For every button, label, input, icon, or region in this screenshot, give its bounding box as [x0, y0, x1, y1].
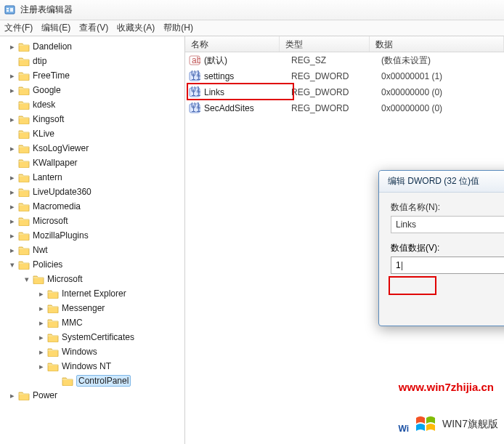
- folder-icon: [62, 376, 73, 386]
- tree-item[interactable]: ▸Dandelion: [3, 39, 184, 54]
- tree-item-label: Google: [33, 85, 61, 95]
- tree-item[interactable]: ▸Windows: [3, 344, 184, 359]
- tree-item[interactable]: ▸Kingsoft: [3, 112, 184, 126]
- folder-icon: [18, 390, 30, 400]
- tree-item[interactable]: ▸Macromedia: [3, 199, 184, 214]
- tree-item[interactable]: ▸SystemCertificates: [3, 330, 184, 344]
- folder-icon: [47, 347, 59, 357]
- dialog-titlebar[interactable]: 编辑 DWORD (32 位)值 ✕: [379, 171, 504, 193]
- tree-item[interactable]: ▸MozillaPlugins: [3, 228, 184, 243]
- list-row[interactable]: (默认)REG_SZ(数值未设置): [185, 52, 504, 68]
- chevron-right-icon[interactable]: ▸: [7, 42, 17, 52]
- tree-item[interactable]: ▸Lantern: [3, 170, 184, 185]
- chevron-down-icon[interactable]: ▾: [7, 260, 17, 270]
- chevron-right-icon[interactable]: ▸: [7, 391, 17, 400]
- chevron-right-icon[interactable]: ▸: [36, 333, 46, 342]
- chevron-right-icon[interactable]: ▸: [7, 202, 17, 211]
- regedit-icon: [4, 4, 16, 16]
- list-row[interactable]: LinksREG_DWORD0x00000000 (0): [185, 84, 504, 100]
- tree-item-label: MozillaPlugins: [33, 230, 89, 241]
- tree-item[interactable]: ▾Microsoft: [3, 272, 184, 286]
- chevron-right-icon[interactable]: ▸: [7, 246, 17, 255]
- tree-item[interactable]: ·ControlPanel: [3, 374, 184, 388]
- cell-data: 0x00000001 (1): [381, 71, 504, 81]
- list-header: 名称 类型 数据: [185, 36, 504, 52]
- reg-dword-icon: [188, 70, 201, 82]
- folder-icon: [18, 230, 30, 241]
- watermark-brand: WIN7旗舰版: [442, 418, 498, 431]
- tree-item[interactable]: ·dtip: [3, 54, 184, 68]
- tree-item[interactable]: ▸Windows NT: [3, 359, 184, 374]
- no-twisty: ·: [51, 376, 61, 385]
- tree-item[interactable]: ▸LiveUpdate360: [3, 185, 184, 199]
- chevron-right-icon[interactable]: ▸: [7, 144, 17, 153]
- tree-item[interactable]: ▸Power: [3, 388, 184, 403]
- tree-item-label: SystemCertificates: [62, 332, 134, 342]
- folder-icon: [33, 274, 44, 284]
- tree-item-label: KWallpaper: [33, 158, 78, 168]
- chevron-right-icon[interactable]: ▸: [36, 304, 46, 313]
- tree-item-label: dtip: [33, 56, 46, 66]
- menu-view[interactable]: 查看(V): [79, 22, 108, 34]
- chevron-right-icon[interactable]: ▸: [36, 362, 46, 371]
- list-body: (默认)REG_SZ(数值未设置)settingsREG_DWORD0x0000…: [185, 52, 504, 116]
- value-name-field: Links: [391, 216, 504, 233]
- cell-type: REG_DWORD: [291, 71, 381, 81]
- tree-item[interactable]: ·KWallpaper: [3, 156, 184, 170]
- folder-icon: [18, 216, 30, 226]
- watermark-url: www.win7zhijia.cn: [399, 381, 494, 393]
- tree-item[interactable]: ▸Microsoft: [3, 214, 184, 228]
- reg-string-icon: [188, 55, 201, 66]
- folder-icon: [18, 129, 30, 139]
- menu-edit[interactable]: 编辑(E): [41, 22, 70, 34]
- chevron-right-icon[interactable]: ▸: [36, 289, 46, 299]
- tree-item[interactable]: ·KLive: [3, 126, 184, 141]
- column-type[interactable]: 类型: [280, 36, 370, 52]
- menu-help[interactable]: 帮助(H): [163, 22, 193, 34]
- tree-item[interactable]: ▾Policies: [3, 257, 184, 272]
- menu-favorites[interactable]: 收藏夹(A): [117, 22, 155, 34]
- tree-item-label: Internet Explorer: [62, 288, 126, 299]
- cell-type: REG_DWORD: [291, 87, 381, 97]
- tree-item-label: Power: [33, 390, 57, 400]
- chevron-right-icon[interactable]: ▸: [7, 217, 17, 226]
- dialog-body: 数值名称(N): Links 数值数据(V): 1 基数 十六进制(H): [379, 193, 504, 326]
- no-twisty: ·: [7, 100, 17, 109]
- value-data-input[interactable]: 1: [391, 257, 504, 274]
- folder-icon: [18, 172, 30, 182]
- win-logo-text: Wi: [398, 412, 409, 437]
- column-name[interactable]: 名称: [185, 36, 280, 52]
- tree-item[interactable]: ▸Messenger: [3, 301, 184, 315]
- list-row[interactable]: settingsREG_DWORD0x00000001 (1): [185, 68, 504, 84]
- chevron-right-icon[interactable]: ▸: [7, 173, 17, 182]
- folder-icon: [47, 332, 59, 342]
- chevron-right-icon[interactable]: ▸: [36, 318, 46, 328]
- cell-name: SecAddSites: [204, 103, 291, 113]
- chevron-right-icon[interactable]: ▸: [7, 115, 17, 124]
- cell-data: 0x00000000 (0): [381, 103, 504, 113]
- tree-item-label: Microsoft: [33, 216, 68, 226]
- tree-item[interactable]: ▸Nwt: [3, 243, 184, 257]
- list-row[interactable]: SecAddSitesREG_DWORD0x00000000 (0): [185, 100, 504, 116]
- folder-icon: [18, 114, 30, 124]
- folder-icon: [18, 56, 30, 66]
- tree-item[interactable]: ▸MMC: [3, 315, 184, 330]
- tree-item[interactable]: ▸Google: [3, 83, 184, 97]
- chevron-right-icon[interactable]: ▸: [7, 86, 17, 95]
- tree-item[interactable]: ▸Internet Explorer: [3, 286, 184, 301]
- chevron-right-icon[interactable]: ▸: [7, 71, 17, 81]
- chevron-right-icon[interactable]: ▸: [36, 347, 46, 357]
- folder-icon: [18, 85, 30, 95]
- no-twisty: ·: [7, 158, 17, 167]
- folder-icon: [18, 41, 30, 52]
- chevron-right-icon[interactable]: ▸: [7, 231, 17, 241]
- tree-item[interactable]: ·kdesk: [3, 97, 184, 112]
- tree-item[interactable]: ▸FreeTime: [3, 68, 184, 83]
- chevron-right-icon[interactable]: ▸: [7, 187, 17, 197]
- column-data[interactable]: 数据: [370, 36, 504, 52]
- tree-item-label: Policies: [33, 259, 62, 270]
- chevron-down-icon[interactable]: ▾: [22, 275, 32, 284]
- menu-file[interactable]: 文件(F): [4, 22, 33, 34]
- tree-item[interactable]: ▸KsoLogViewer: [3, 141, 184, 156]
- tree-pane[interactable]: ▸Dandelion·dtip▸FreeTime▸Google·kdesk▸Ki…: [0, 36, 185, 444]
